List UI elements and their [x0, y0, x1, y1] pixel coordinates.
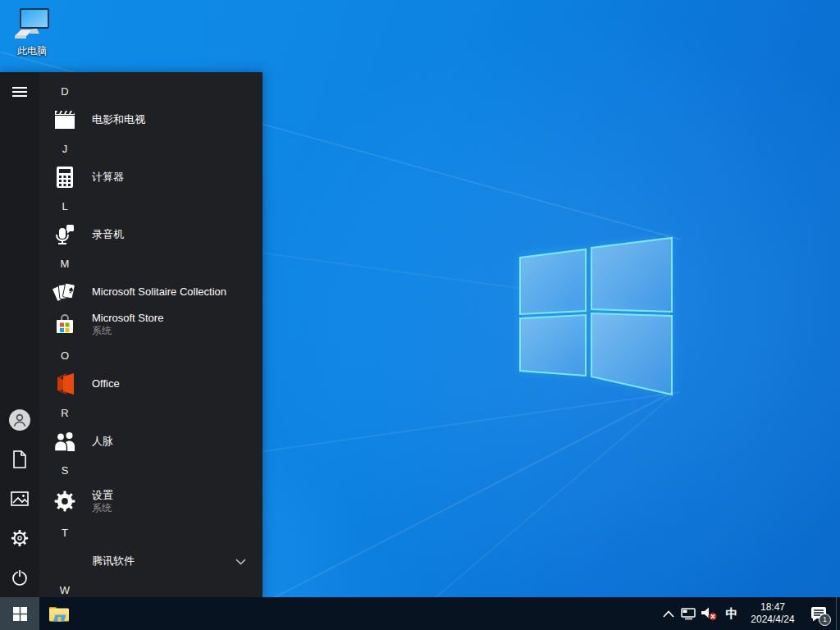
app-group-header-m[interactable]: M [39, 249, 262, 277]
app-label: 人脉 [92, 435, 113, 448]
user-avatar-icon [9, 409, 30, 431]
app-row-office[interactable]: Office [39, 369, 262, 399]
settings-gear-icon [52, 488, 78, 514]
pictures-button[interactable] [0, 479, 39, 518]
calculator-icon [52, 164, 78, 190]
app-group-header-j[interactable]: J [39, 135, 262, 162]
hamburger-icon [12, 86, 27, 98]
start-menu-rail [0, 72, 39, 597]
app-group-header-l[interactable]: L [39, 192, 262, 220]
app-group-header-t[interactable]: T [39, 518, 262, 546]
volume-muted-icon [701, 606, 718, 621]
app-label: 电影和电视 [92, 113, 145, 126]
windows-logo-icon [13, 607, 27, 621]
group-letter: J [52, 143, 78, 155]
desktop-icon-label: 此电脑 [17, 44, 47, 58]
app-row-calculator[interactable]: 计算器 [39, 162, 262, 192]
settings-button[interactable] [0, 518, 39, 558]
notification-badge: 1 [819, 614, 831, 626]
ime-indicator[interactable]: 中 [719, 597, 744, 630]
app-label: 计算器 [92, 171, 124, 184]
file-explorer-icon [48, 605, 70, 623]
app-group-header-d[interactable]: D [39, 77, 262, 105]
solitaire-icon [52, 279, 78, 305]
group-letter: S [52, 464, 78, 477]
app-group-header-o[interactable]: O [39, 341, 262, 369]
app-sublabel: 系统 [92, 325, 163, 337]
group-letter: D [52, 85, 78, 98]
gear-icon [11, 529, 29, 547]
group-letter: L [52, 200, 78, 212]
clock-time: 18:47 [760, 601, 785, 614]
document-icon [11, 450, 28, 468]
menu-expand-button[interactable] [0, 72, 39, 112]
app-row-people[interactable]: 人脉 [39, 427, 262, 456]
network-button[interactable] [678, 597, 698, 630]
this-pc-icon [12, 7, 52, 43]
group-letter: R [52, 407, 78, 419]
chevron-up-icon [663, 610, 674, 618]
app-group-header-r[interactable]: R [39, 399, 262, 427]
taskbar: 中 18:47 2024/4/24 1 [0, 597, 840, 630]
hidden-icons-button[interactable] [659, 597, 678, 630]
group-letter: T [52, 527, 78, 539]
ethernet-network-icon [681, 607, 696, 621]
action-center-button[interactable]: 1 [801, 597, 836, 630]
clock[interactable]: 18:47 2024/4/24 [744, 597, 801, 630]
voice-recorder-icon [52, 221, 78, 248]
desktop-icon-this-pc[interactable]: 此电脑 [7, 7, 57, 58]
clock-date: 2024/4/24 [751, 614, 794, 626]
power-icon [11, 568, 29, 587]
pictures-icon [11, 491, 29, 506]
system-tray: 中 18:47 2024/4/24 1 [659, 597, 840, 630]
app-row-microsoft-store[interactable]: Microsoft Store 系统 [39, 307, 262, 341]
start-button[interactable] [0, 597, 39, 630]
app-label: Microsoft Solitaire Collection [92, 285, 226, 299]
movies-tv-icon [52, 107, 78, 133]
app-list: D 电影和电视 J [39, 72, 262, 597]
app-label: 录音机 [92, 228, 124, 241]
file-explorer-button[interactable] [39, 597, 79, 630]
app-row-tencent-folder[interactable]: 腾讯软件 [39, 546, 262, 576]
show-desktop-strip[interactable] [836, 597, 840, 630]
empty-icon-slot [52, 548, 78, 574]
user-account-button[interactable] [0, 400, 39, 440]
app-row-solitaire[interactable]: Microsoft Solitaire Collection [39, 277, 262, 307]
app-row-settings[interactable]: 设置 系统 [39, 484, 262, 518]
start-menu: D 电影和电视 J [0, 72, 262, 597]
group-letter: M [52, 258, 78, 270]
app-sublabel: 系统 [92, 502, 113, 514]
office-icon [52, 371, 78, 397]
app-label: Office [92, 377, 120, 390]
app-row-voice-recorder[interactable]: 录音机 [39, 220, 262, 249]
app-group-header-w[interactable]: W [39, 576, 262, 597]
store-icon [52, 311, 78, 337]
app-label: 设置 [92, 489, 113, 502]
app-label: Microsoft Store [92, 312, 163, 325]
app-label: 腾讯软件 [92, 555, 135, 568]
volume-button[interactable] [698, 597, 719, 630]
group-letter: W [52, 584, 78, 596]
power-button[interactable] [0, 558, 39, 597]
chevron-down-icon[interactable] [235, 554, 246, 568]
app-row-movies-tv[interactable]: 电影和电视 [39, 105, 262, 135]
documents-button[interactable] [0, 440, 39, 479]
app-group-header-s[interactable]: S [39, 456, 262, 484]
group-letter: O [52, 349, 78, 362]
people-icon [52, 428, 78, 454]
